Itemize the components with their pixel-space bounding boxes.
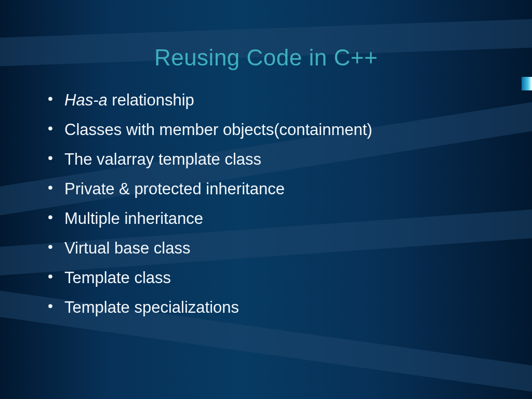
slide-title: Reusing Code in C++	[0, 0, 532, 85]
bullet-item: Classes with member objects(containment)	[48, 115, 501, 144]
bullet-item: Virtual base class	[48, 233, 501, 263]
bullet-item: Template class	[48, 263, 501, 292]
bullet-list: Has-a relationship Classes with member o…	[0, 85, 532, 322]
bullet-text: relationship	[108, 91, 194, 109]
bullet-item: Template specializations	[48, 292, 501, 322]
bullet-item: Multiple inheritance	[48, 204, 501, 233]
bullet-item: Has-a relationship	[48, 85, 501, 115]
bullet-item: Private & protected inheritance	[48, 174, 501, 204]
bullet-item: The valarray template class	[48, 144, 501, 174]
slide-content: Reusing Code in C++ Has-a relationship C…	[0, 0, 532, 399]
bullet-italic-prefix: Has-a	[64, 91, 108, 109]
